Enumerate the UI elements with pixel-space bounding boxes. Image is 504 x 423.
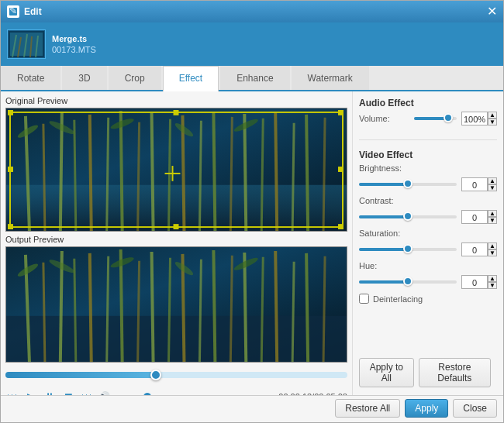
volume-row: Volume: 100% ▲ ▼ <box>359 112 497 126</box>
volume-spinner: 100% ▲ ▼ <box>461 112 497 126</box>
svg-line-54 <box>107 256 109 362</box>
deinterlacing-checkbox[interactable] <box>359 294 369 304</box>
svg-rect-39 <box>8 110 13 115</box>
volume-spin-up[interactable]: ▲ <box>488 112 497 119</box>
tab-effect[interactable]: Effect <box>163 66 219 91</box>
contrast-row: Contrast: <box>359 196 497 205</box>
svg-rect-48 <box>6 316 347 362</box>
saturation-control-row: 0 ▲ ▼ <box>359 242 497 256</box>
file-info: Merge.ts 00173.MTS <box>52 34 96 54</box>
svg-line-23 <box>213 112 215 231</box>
brightness-slider-thumb[interactable] <box>403 179 413 188</box>
hue-spin-down[interactable]: ▼ <box>488 282 497 289</box>
brightness-spin-down[interactable]: ▼ <box>488 184 497 191</box>
file-bar: Merge.ts 00173.MTS <box>1 22 503 66</box>
skip-back-button[interactable]: ⏮ <box>5 390 19 395</box>
svg-rect-43 <box>174 110 179 115</box>
contrast-value[interactable]: 0 <box>461 210 488 224</box>
video-section-title: Video Effect <box>359 150 497 160</box>
output-preview-canvas <box>5 246 347 363</box>
svg-line-58 <box>169 258 171 362</box>
section-divider-1 <box>359 139 497 140</box>
saturation-spin-up[interactable]: ▲ <box>488 242 497 249</box>
svg-line-29 <box>306 115 308 231</box>
svg-line-25 <box>244 114 246 231</box>
tab-enhance[interactable]: Enhance <box>220 66 289 90</box>
svg-line-22 <box>199 121 201 231</box>
saturation-slider-thumb[interactable] <box>403 244 413 253</box>
brightness-label: Brightness: <box>359 163 409 173</box>
hue-spin-up[interactable]: ▲ <box>488 275 497 282</box>
tab-3d[interactable]: 3D <box>62 66 106 90</box>
seekbar-thumb[interactable] <box>150 370 161 380</box>
saturation-slider[interactable] <box>359 248 457 251</box>
close-window-button[interactable]: ✕ <box>487 5 497 18</box>
stop-button[interactable]: ⏹ <box>61 390 75 395</box>
restore-defaults-button[interactable]: Restore Defaults <box>419 358 491 387</box>
contrast-spin-buttons: ▲ ▼ <box>488 210 497 224</box>
contrast-spin-down[interactable]: ▼ <box>488 217 497 224</box>
brightness-slider-fill <box>359 183 408 186</box>
main-window: ✎ Edit ✕ Merge.ts 00173.MTS Rotate 3D <box>0 0 504 423</box>
brightness-control-row: 0 ▲ ▼ <box>359 177 497 191</box>
output-image <box>6 247 347 362</box>
seekbar-track[interactable] <box>5 372 347 378</box>
top-action-buttons: Apply to All Restore Defaults <box>359 355 497 389</box>
deinterlacing-row: Deinterlacing <box>359 294 497 304</box>
svg-rect-40 <box>338 110 343 115</box>
svg-line-63 <box>244 253 246 362</box>
spacer <box>359 310 497 349</box>
volume-value[interactable]: 100% <box>461 112 488 126</box>
seekbar-fill <box>5 372 156 378</box>
svg-line-52 <box>74 259 76 362</box>
svg-line-18 <box>138 122 140 231</box>
svg-line-68 <box>323 256 325 362</box>
svg-line-15 <box>90 115 91 231</box>
hue-slider[interactable] <box>359 280 457 284</box>
contrast-slider[interactable] <box>359 215 457 218</box>
hue-spinner: 0 ▲ ▼ <box>461 275 497 289</box>
restore-all-button[interactable]: Restore All <box>335 399 400 418</box>
svg-line-53 <box>90 253 91 362</box>
title-bar: ✎ Edit ✕ <box>1 1 503 22</box>
apply-to-all-button[interactable]: Apply to All <box>359 358 414 387</box>
svg-rect-44 <box>174 224 179 229</box>
hue-slider-fill <box>359 280 408 284</box>
original-preview-block: Original Preview <box>5 96 347 232</box>
skip-forward-button[interactable]: ⏭ <box>80 390 94 395</box>
file-thumbnail <box>7 29 46 59</box>
svg-line-20 <box>169 119 171 231</box>
close-button[interactable]: Close <box>453 399 497 418</box>
saturation-spinner: 0 ▲ ▼ <box>461 242 497 256</box>
svg-line-19 <box>152 113 154 231</box>
svg-line-56 <box>138 261 140 362</box>
svg-text:✎: ✎ <box>9 7 17 16</box>
svg-line-30 <box>323 118 325 231</box>
svg-line-50 <box>43 263 45 362</box>
hue-value[interactable]: 0 <box>461 275 488 289</box>
tab-watermark[interactable]: Watermark <box>292 66 369 90</box>
tab-rotate[interactable]: Rotate <box>1 66 60 90</box>
saturation-spin-down[interactable]: ▼ <box>488 249 497 256</box>
apply-button[interactable]: Apply <box>405 399 448 418</box>
saturation-slider-fill <box>359 248 408 251</box>
contrast-spin-up[interactable]: ▲ <box>488 210 497 217</box>
pause-button[interactable]: ⏸ <box>43 390 57 395</box>
contrast-label: Contrast: <box>359 196 409 205</box>
brightness-slider[interactable] <box>359 183 457 186</box>
saturation-spin-buttons: ▲ ▼ <box>488 242 497 256</box>
play-button[interactable]: ▶ <box>24 390 38 395</box>
volume-spin-down[interactable]: ▼ <box>488 119 497 126</box>
volume-slider-panel[interactable] <box>414 117 457 120</box>
volume-slider-thumb[interactable] <box>444 113 453 122</box>
saturation-value[interactable]: 0 <box>461 242 488 256</box>
brightness-value[interactable]: 0 <box>461 177 488 191</box>
volume-thumb[interactable] <box>143 392 152 395</box>
contrast-slider-thumb[interactable] <box>403 212 413 221</box>
hue-slider-thumb[interactable] <box>403 277 413 286</box>
title-bar-left: ✎ Edit <box>7 5 42 18</box>
hue-row: Hue: <box>359 261 497 270</box>
tab-crop[interactable]: Crop <box>109 66 161 90</box>
svg-rect-41 <box>8 224 13 229</box>
brightness-spin-up[interactable]: ▲ <box>488 177 497 184</box>
